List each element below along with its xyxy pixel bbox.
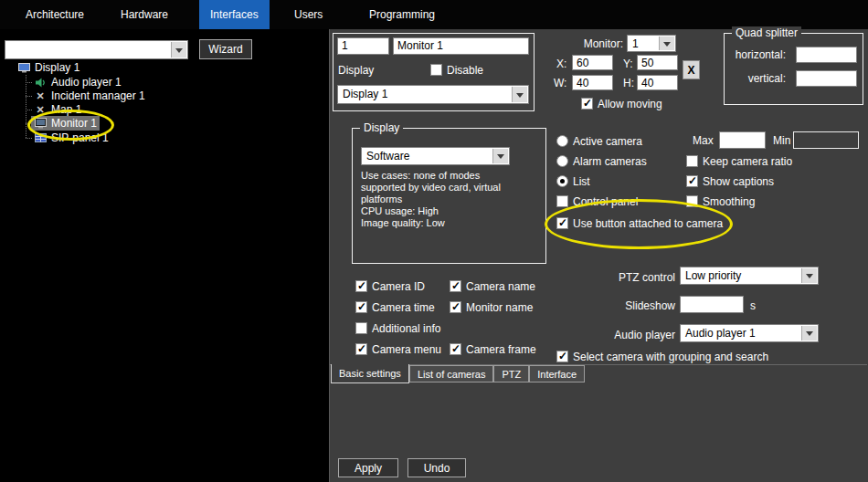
checkbox-box[interactable] — [355, 322, 367, 334]
h-input[interactable]: 40 — [637, 75, 678, 90]
keep-camera-ratio-checkbox[interactable]: Keep camera ratio — [686, 154, 792, 168]
checkbox-box[interactable] — [686, 195, 698, 207]
vertical-label: vertical: — [729, 72, 786, 85]
tree-item-label: Incident manager 1 — [51, 89, 145, 102]
tab-programming[interactable]: Programming — [358, 0, 446, 29]
checkbox-box[interactable] — [581, 98, 593, 110]
wizard-button[interactable]: Wizard — [199, 39, 252, 59]
tree-item-label: Monitor 1 — [51, 117, 97, 130]
display-label: Display — [338, 64, 374, 77]
camera-name-checkbox[interactable]: Camera name — [450, 279, 535, 293]
display-icon — [17, 62, 30, 74]
tree-item-map-1[interactable]: ✕ Map 1 — [31, 102, 84, 117]
display-mode-select[interactable]: Software — [361, 147, 510, 165]
x-input[interactable]: 60 — [572, 55, 613, 70]
top-menu-bar: Architecture Hardware Interfaces Users P… — [0, 0, 868, 29]
apply-button[interactable]: Apply — [338, 458, 398, 477]
tree-item-label: Map 1 — [51, 103, 81, 116]
slideshow-unit-label: s — [750, 299, 756, 312]
checkbox-box[interactable] — [355, 301, 367, 313]
checkbox-box[interactable] — [686, 155, 698, 167]
ptz-control-select[interactable]: Low priority — [680, 267, 819, 285]
checkbox-label: Camera ID — [372, 280, 425, 293]
checkbox-box[interactable] — [556, 195, 568, 207]
id-input[interactable]: 1 — [337, 37, 389, 55]
undo-button[interactable]: Undo — [408, 458, 466, 477]
show-captions-checkbox[interactable]: Show captions — [686, 174, 774, 188]
tree-item-incident-manager-1[interactable]: ✕ Incident manager 1 — [31, 89, 148, 103]
tree-item-label: Display 1 — [35, 61, 79, 74]
quad-splitter-title: Quad splitter — [732, 26, 801, 39]
tree-item-display-1[interactable]: Display 1 — [15, 60, 82, 75]
checkbox-box[interactable] — [686, 175, 698, 187]
checkbox-label: Allow moving — [598, 98, 662, 110]
checkbox-box[interactable] — [450, 343, 461, 355]
display-select[interactable]: Display 1 — [337, 85, 529, 104]
sip-panel-icon — [34, 132, 47, 144]
checkbox-box[interactable] — [355, 280, 367, 292]
radio-circle[interactable] — [556, 135, 568, 147]
quad-splitter-groupbox: Quad splitter — [724, 33, 863, 105]
name-input[interactable]: Monitor 1 — [393, 37, 529, 55]
tab-architecture[interactable]: Architecture — [15, 0, 95, 29]
radio-circle[interactable] — [556, 155, 568, 167]
tree-item-monitor-1[interactable]: Monitor 1 — [31, 116, 100, 131]
vertical-input[interactable] — [796, 70, 857, 87]
checkbox-label: Additional info — [372, 322, 440, 335]
use-button-attached-checkbox[interactable]: Use button attached to camera — [556, 216, 723, 230]
tab-interfaces[interactable]: Interfaces — [199, 0, 270, 29]
close-button[interactable]: X — [683, 60, 700, 79]
checkbox-label: Show captions — [703, 175, 774, 188]
horizontal-input[interactable] — [796, 47, 857, 63]
checkbox-label: Disable — [447, 64, 483, 77]
radio-label: List — [573, 175, 590, 188]
radio-alarm-cameras[interactable]: Alarm cameras — [556, 154, 647, 168]
radio-active-camera[interactable]: Active camera — [556, 134, 642, 148]
checkbox-box[interactable] — [450, 280, 461, 292]
x-icon: ✕ — [34, 104, 47, 116]
tab-list-of-cameras[interactable]: List of cameras — [409, 365, 494, 382]
checkbox-label: Camera frame — [466, 343, 536, 356]
grouping-search-checkbox[interactable]: Select camera with grouping and search — [556, 350, 768, 363]
checkbox-box[interactable] — [355, 343, 367, 355]
tab-basic-settings[interactable]: Basic settings — [331, 364, 409, 383]
max-input[interactable] — [719, 131, 766, 149]
max-label: Max — [693, 134, 714, 147]
radio-circle[interactable] — [556, 175, 568, 187]
disable-checkbox[interactable]: Disable — [430, 63, 483, 77]
monitor-select[interactable]: 1 — [627, 35, 676, 52]
tab-hardware[interactable]: Hardware — [110, 0, 179, 29]
checkbox-box[interactable] — [430, 64, 442, 76]
slideshow-input[interactable] — [680, 296, 744, 313]
y-input[interactable]: 50 — [637, 55, 678, 70]
tree-item-sip-panel-1[interactable]: SIP-panel 1 — [31, 131, 111, 145]
tab-interface[interactable]: Interface — [529, 365, 585, 382]
checkbox-box[interactable] — [450, 301, 461, 313]
additional-info-checkbox[interactable]: Additional info — [355, 321, 440, 335]
horizontal-label: horizontal: — [729, 48, 786, 61]
checkbox-label: Use button attached to camera — [573, 217, 723, 230]
smoothing-checkbox[interactable]: Smoothing — [686, 194, 755, 208]
camera-time-checkbox[interactable]: Camera time — [355, 300, 435, 314]
min-label: Min — [773, 134, 790, 147]
checkbox-label: Select camera with grouping and search — [573, 351, 768, 363]
tree-item-label: Audio player 1 — [51, 76, 122, 89]
min-input[interactable] — [793, 131, 859, 149]
allow-moving-checkbox[interactable]: Allow moving — [581, 97, 662, 110]
audio-player-select[interactable]: Audio player 1 — [680, 324, 819, 342]
checkbox-box[interactable] — [556, 351, 568, 362]
camera-id-checkbox[interactable]: Camera ID — [355, 279, 425, 293]
w-input[interactable]: 40 — [572, 75, 613, 90]
tab-ptz[interactable]: PTZ — [493, 365, 529, 382]
checkbox-label: Camera name — [466, 280, 535, 293]
tree-item-audio-player-1[interactable]: Audio player 1 — [31, 75, 124, 89]
checkbox-box[interactable] — [556, 217, 568, 229]
sidebar-combo[interactable] — [5, 40, 188, 59]
radio-list[interactable]: List — [556, 174, 590, 188]
camera-menu-checkbox[interactable]: Camera menu — [355, 342, 441, 356]
control-panel-checkbox[interactable]: Control panel — [556, 194, 638, 208]
tab-users[interactable]: Users — [283, 0, 333, 29]
camera-frame-checkbox[interactable]: Camera frame — [450, 342, 536, 356]
checkbox-label: Smoothing — [703, 195, 755, 208]
monitor-name-checkbox[interactable]: Monitor name — [450, 300, 533, 314]
